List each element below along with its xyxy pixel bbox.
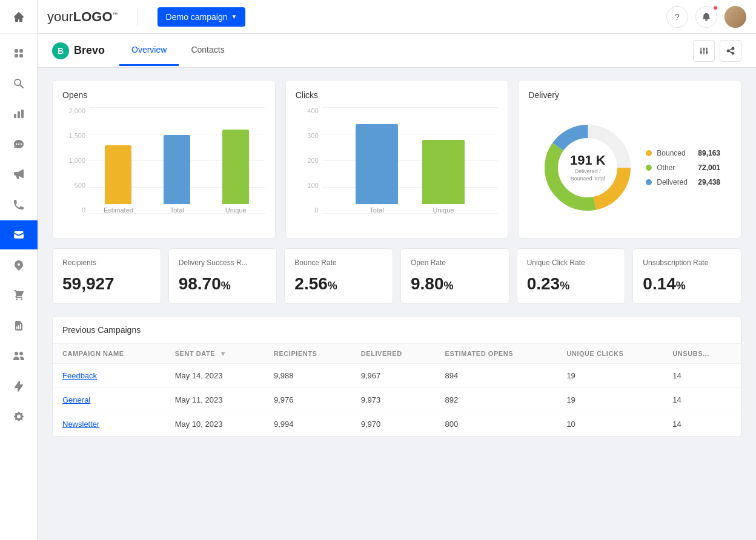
feedback-link[interactable]: Feedback xyxy=(62,371,97,380)
stat-label-unique-click: Unique Click Rate xyxy=(527,258,615,267)
opens-chart: 2,000 1,500 1,000 500 0 xyxy=(62,107,265,228)
stat-value-unsub: 0.14% xyxy=(643,274,731,294)
col-campaign-name: CAMPAIGN NAME xyxy=(53,344,165,364)
stats-row: Recipients 59,927 Delivery Success R... … xyxy=(52,248,741,304)
user-avatar[interactable] xyxy=(724,6,746,28)
sidebar-grid-icon[interactable] xyxy=(0,39,38,68)
share-button[interactable] xyxy=(720,40,741,62)
delivery-unit: % xyxy=(221,280,231,292)
stat-bounce: Bounce Rate 2.56% xyxy=(284,248,393,304)
opens-grid: Estimated Total Unique xyxy=(89,107,265,214)
newsletter-link[interactable]: Newsletter xyxy=(62,420,99,429)
header-divider xyxy=(138,8,138,26)
previous-campaigns: Previous Campaigns CAMPAIGN NAME SENT DA… xyxy=(52,316,741,437)
sidebar-home-icon[interactable] xyxy=(0,0,38,34)
col-delivered: DELIVERED xyxy=(351,344,436,364)
sidebar-email-icon[interactable] xyxy=(0,220,38,249)
sidebar-nav xyxy=(0,34,37,540)
sidebar-phone-icon[interactable] xyxy=(0,190,38,219)
general-delivered: 9,973 xyxy=(351,388,436,412)
general-link[interactable]: General xyxy=(62,395,90,404)
help-button[interactable]: ? xyxy=(666,6,688,28)
click-bar-label-unique: Unique xyxy=(433,206,454,214)
dashboard-content: Opens 2,000 1,500 1,000 500 0 xyxy=(38,68,756,540)
stat-value-delivery: 98.70% xyxy=(179,274,267,294)
sidebar-chart-icon[interactable] xyxy=(0,99,38,128)
delivery-title: Delivery xyxy=(528,90,731,100)
campaign-name-general: General xyxy=(53,388,165,412)
click-bar-label-total: Total xyxy=(370,206,383,214)
notification-button[interactable] xyxy=(695,6,717,28)
click-bar-group-total: Total xyxy=(356,107,398,214)
clicks-title: Clicks xyxy=(296,90,499,100)
demo-campaign-button[interactable]: Demo campaign ▼ xyxy=(158,7,246,27)
newsletter-recipients: 9,994 xyxy=(264,412,351,436)
notification-badge xyxy=(713,5,718,10)
sidebar-location-icon[interactable] xyxy=(0,251,38,280)
sidebar-megaphone-icon[interactable] xyxy=(0,160,38,189)
sidebar-chat-icon[interactable] xyxy=(0,130,38,159)
bar-label-total: Total xyxy=(170,206,184,214)
stat-open: Open Rate 9.80% xyxy=(400,248,509,304)
stat-value-unique-click: 0.23% xyxy=(527,274,615,294)
feedback-unique-clicks: 19 xyxy=(557,364,663,388)
top-header: yourLOGO™ Demo campaign ▼ ? xyxy=(38,0,756,34)
table-row: Feedback May 14, 2023 9,988 9,967 894 19… xyxy=(53,364,741,388)
stat-delivery-success: Delivery Success R... 98.70% xyxy=(168,248,277,304)
col-recipients: RECIPIENTS xyxy=(264,344,351,364)
col-sent-date[interactable]: SENT DATE ▼ xyxy=(165,344,264,364)
opens-bars-container: Estimated Total Unique xyxy=(89,107,265,214)
clicks-y-axis: 400 300 200 100 0 xyxy=(296,107,322,214)
donut-number: 191 K xyxy=(570,153,606,168)
main-area: yourLOGO™ Demo campaign ▼ ? xyxy=(38,0,756,540)
clicks-card: Clicks 400 300 200 100 0 xyxy=(285,80,509,239)
sidebar-reports-icon[interactable] xyxy=(0,311,38,340)
logo-tm: ™ xyxy=(113,11,118,17)
sidebar-cart-icon[interactable] xyxy=(0,281,38,310)
newsletter-estimated-opens: 800 xyxy=(436,412,557,436)
sidebar-search-icon[interactable] xyxy=(0,69,38,98)
stat-label-open: Open Rate xyxy=(411,258,499,267)
y-label-400: 400 xyxy=(307,107,318,114)
legend-value-other: 72,001 xyxy=(698,163,720,172)
sidebar-settings-icon[interactable] xyxy=(0,402,38,431)
sort-icon: ▼ xyxy=(220,350,227,357)
stat-value-bounce: 2.56% xyxy=(294,274,383,294)
legend-value-bounced: 89,163 xyxy=(698,149,720,157)
feedback-delivered: 9,967 xyxy=(351,364,436,388)
bar-group-estimated: Estimated xyxy=(95,107,142,214)
logo-your: your xyxy=(47,9,73,24)
clicks-bars-container: Total Unique xyxy=(322,107,499,214)
content-wrapper: B Brevo Overview Contacts xyxy=(38,34,756,540)
campaigns-table: CAMPAIGN NAME SENT DATE ▼ RECIPIENTS DEL… xyxy=(53,344,741,436)
y-label: 0 xyxy=(82,206,85,214)
table-row: Newsletter May 10, 2023 9,994 9,970 800 … xyxy=(53,412,741,436)
bell-icon xyxy=(701,12,711,22)
general-sent-date: May 11, 2023 xyxy=(165,388,264,412)
sidebar-plug-icon[interactable] xyxy=(0,372,38,401)
tab-overview[interactable]: Overview xyxy=(119,35,179,66)
tab-contacts[interactable]: Contacts xyxy=(179,35,236,66)
bar-label-unique: Unique xyxy=(225,206,247,214)
donut-label: Delivered /Bounced Total xyxy=(570,168,606,182)
click-bar-total xyxy=(356,124,398,204)
donut-chart: 191 K Delivered /Bounced Total xyxy=(539,119,636,216)
header-right: ? xyxy=(666,6,746,28)
legend-dot-delivered xyxy=(646,179,652,185)
stat-label-delivery: Delivery Success R... xyxy=(179,258,267,267)
newsletter-unsubs: 14 xyxy=(663,412,741,436)
bar-label-estimated: Estimated xyxy=(104,206,133,214)
avatar-image xyxy=(724,6,746,28)
click-bar-group-unique: Unique xyxy=(422,107,465,214)
donut-inner: 191 K Delivered /Bounced Total Bounced 8… xyxy=(528,107,731,228)
left-sidebar xyxy=(0,0,38,540)
feedback-unsubs: 14 xyxy=(663,364,741,388)
prev-campaigns-title: Previous Campaigns xyxy=(53,317,741,344)
demo-btn-chevron: ▼ xyxy=(231,13,237,20)
sidebar-users-icon[interactable] xyxy=(0,341,38,370)
campaign-name-newsletter: Newsletter xyxy=(53,412,165,436)
col-unique-clicks: UNIQUE CLICKS xyxy=(557,344,663,364)
unsub-unit: % xyxy=(676,280,686,292)
bar-total xyxy=(164,135,190,204)
filter-button[interactable] xyxy=(693,40,715,62)
